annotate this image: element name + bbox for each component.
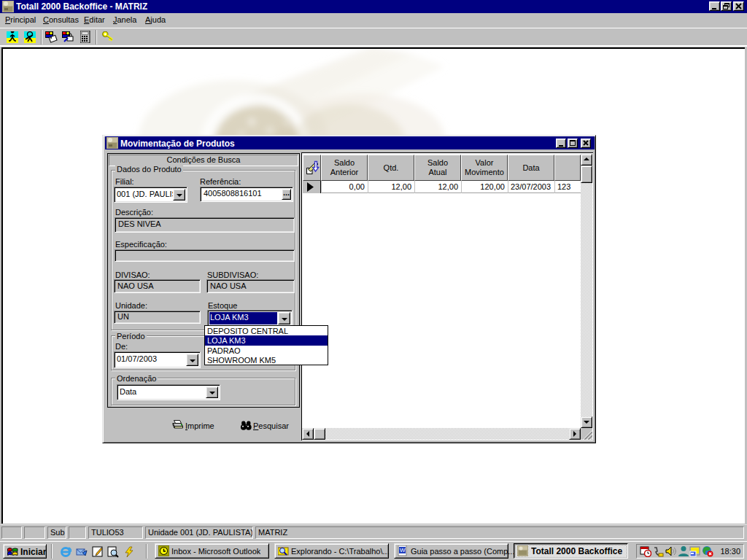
svg-text:W: W — [400, 547, 406, 553]
